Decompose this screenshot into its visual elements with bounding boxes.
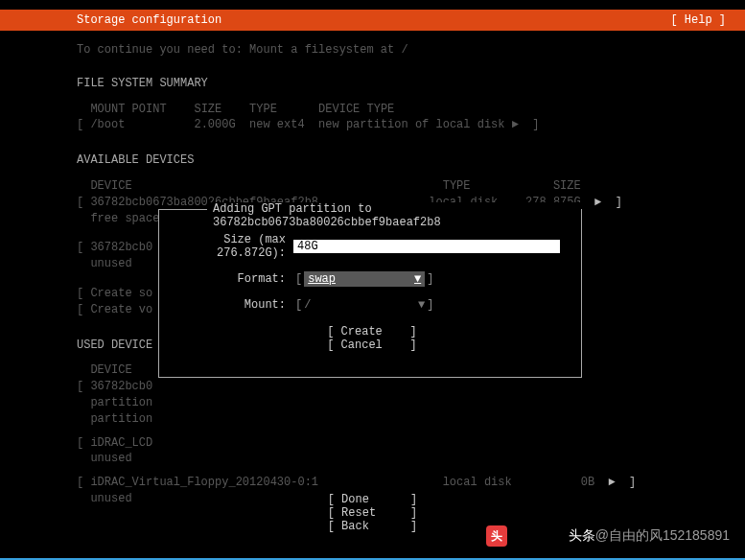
page-title: Storage configuration — [77, 10, 221, 31]
mount-select: /▼ — [304, 298, 425, 312]
reset-button[interactable]: [ Reset ] — [0, 506, 745, 520]
help-button[interactable]: [ Help ] — [670, 10, 726, 31]
size-label: Size (max 276.872G): — [173, 233, 293, 260]
intro-text: To continue you need to: Mount a filesys… — [77, 42, 726, 58]
add-partition-dialog: Adding GPT partition to 36782bcb0673ba80… — [158, 209, 582, 378]
avail-title: AVAILABLE DEVICES — [77, 152, 726, 169]
size-input[interactable] — [293, 240, 560, 253]
format-label: Format: — [173, 272, 293, 286]
used-row: unused — [77, 451, 726, 467]
done-button[interactable]: [ Done ] — [0, 493, 745, 506]
format-select[interactable]: swap▼ — [304, 271, 425, 287]
mount-label: Mount: — [173, 298, 293, 312]
used-row: partition — [77, 395, 726, 411]
watermark: 头条@自由的风152185891 — [569, 527, 730, 545]
cancel-button[interactable]: [ Cancel ] — [173, 338, 571, 352]
title-bar: Storage configuration [ Help ] — [0, 10, 745, 31]
watermark-logo: 头 — [486, 525, 507, 547]
fss-header: MOUNT POINT SIZE TYPE DEVICE TYPE — [77, 102, 726, 118]
chevron-down-icon: ▼ — [414, 272, 421, 286]
avail-header: DEVICE TYPE SIZE — [77, 178, 726, 195]
used-row[interactable]: [ iDRAC_LCD — [77, 435, 726, 452]
create-button[interactable]: [ Create ] — [173, 325, 571, 338]
used-row-floppy[interactable]: [ iDRAC_Virtual_Floppy_20120430-0:1 loca… — [77, 475, 726, 491]
fss-title: FILE SYSTEM SUMMARY — [77, 76, 726, 92]
chevron-down-icon: ▼ — [418, 298, 425, 312]
used-row: partition — [77, 411, 726, 428]
fss-row[interactable]: [ /boot 2.000G new ext4 new partition of… — [77, 117, 726, 133]
used-row[interactable]: [ 36782bcb0 — [77, 379, 726, 395]
dialog-title: Adding GPT partition to 36782bcb0673ba80… — [207, 202, 581, 229]
